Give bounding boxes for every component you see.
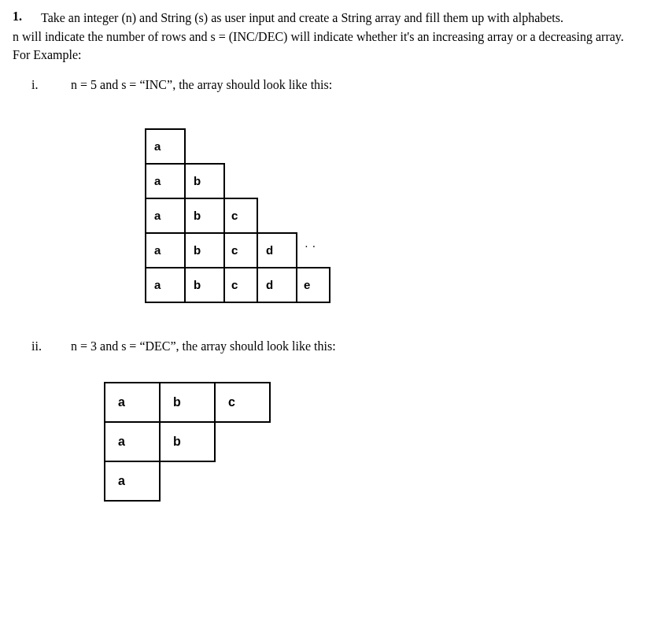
cell: d [257, 232, 297, 268]
example-ii-header: ii. n = 3 and s = “DEC”, the array shoul… [31, 339, 659, 354]
cell: a [104, 421, 161, 462]
cell: a [104, 461, 161, 502]
table-row: a b c [104, 382, 659, 421]
table-row: a b [104, 421, 659, 461]
question-number: 1. [13, 9, 27, 27]
cell: c [223, 232, 258, 268]
question-text-line1: Take an integer (n) and String (s) as us… [41, 9, 563, 27]
cell: d [257, 267, 297, 303]
cell: a [145, 267, 186, 303]
cell: b [184, 267, 225, 303]
example-roman-i: i. [31, 78, 49, 92]
cell: c [223, 198, 258, 234]
cell: a [145, 128, 186, 165]
cell: a [145, 232, 186, 268]
example-i-header: i. n = 5 and s = “INC”, the array should… [31, 78, 659, 92]
question-text-line2: n will indicate the number of rows and s… [13, 28, 659, 46]
ellipsis-dots: . . [305, 240, 321, 275]
cell: c [214, 382, 271, 423]
table-row: a [145, 128, 659, 163]
question-header: 1. Take an integer (n) and String (s) as… [13, 9, 659, 27]
table-row: a b c [145, 198, 659, 232]
cell: a [145, 198, 186, 234]
table-row: a b c d e [145, 267, 659, 302]
cell: c [223, 267, 258, 303]
example-text-ii: n = 3 and s = “DEC”, the array should lo… [71, 339, 336, 354]
example-text-i: n = 5 and s = “INC”, the array should lo… [71, 78, 332, 92]
dec-array-grid: a b c a b a [104, 382, 659, 500]
cell: a [104, 382, 161, 423]
table-row: a b [145, 163, 659, 198]
inc-array-grid: a a b a b c a b c d . . a b c d e [145, 128, 659, 302]
cell: b [159, 421, 216, 462]
cell: b [184, 198, 225, 234]
question-text-line3: For Example: [13, 46, 659, 64]
cell: a [145, 163, 186, 199]
cell: b [184, 163, 225, 199]
table-row: a b c d . . [145, 232, 659, 267]
example-roman-ii: ii. [31, 339, 49, 354]
table-row: a [104, 461, 659, 500]
cell: b [184, 232, 225, 268]
cell: b [159, 382, 216, 423]
